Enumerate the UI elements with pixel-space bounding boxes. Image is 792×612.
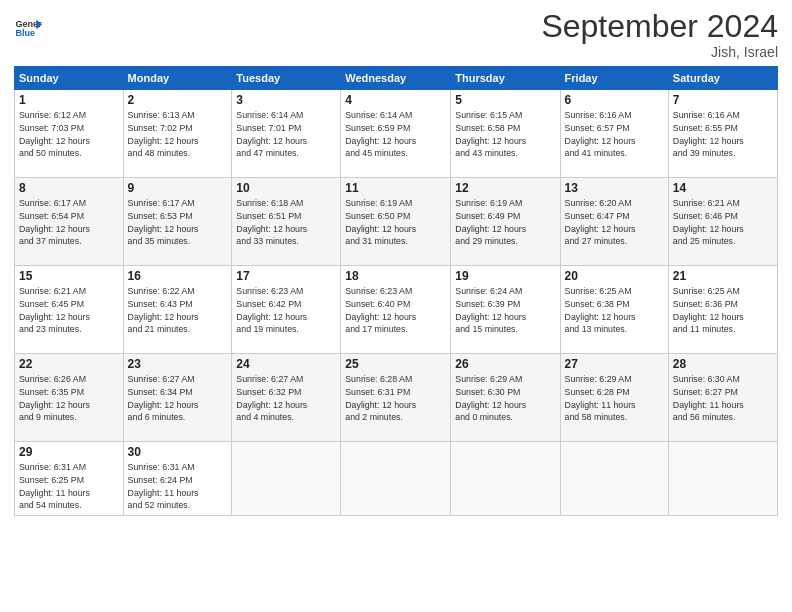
calendar-cell: 14Sunrise: 6:21 AM Sunset: 6:46 PM Dayli… (668, 178, 777, 266)
day-info: Sunrise: 6:25 AM Sunset: 6:38 PM Dayligh… (565, 285, 664, 336)
calendar-cell: 26Sunrise: 6:29 AM Sunset: 6:30 PM Dayli… (451, 354, 560, 442)
day-number: 28 (673, 357, 773, 371)
day-number: 23 (128, 357, 228, 371)
calendar-cell: 5Sunrise: 6:15 AM Sunset: 6:58 PM Daylig… (451, 90, 560, 178)
day-number: 26 (455, 357, 555, 371)
day-number: 27 (565, 357, 664, 371)
calendar-cell: 4Sunrise: 6:14 AM Sunset: 6:59 PM Daylig… (341, 90, 451, 178)
day-info: Sunrise: 6:12 AM Sunset: 7:03 PM Dayligh… (19, 109, 119, 160)
day-number: 22 (19, 357, 119, 371)
col-saturday: Saturday (668, 67, 777, 90)
week-row-2: 8Sunrise: 6:17 AM Sunset: 6:54 PM Daylig… (15, 178, 778, 266)
calendar-cell: 27Sunrise: 6:29 AM Sunset: 6:28 PM Dayli… (560, 354, 668, 442)
day-number: 8 (19, 181, 119, 195)
calendar-cell: 29Sunrise: 6:31 AM Sunset: 6:25 PM Dayli… (15, 442, 124, 516)
calendar-cell: 28Sunrise: 6:30 AM Sunset: 6:27 PM Dayli… (668, 354, 777, 442)
calendar-cell: 20Sunrise: 6:25 AM Sunset: 6:38 PM Dayli… (560, 266, 668, 354)
calendar-table: Sunday Monday Tuesday Wednesday Thursday… (14, 66, 778, 516)
week-row-5: 29Sunrise: 6:31 AM Sunset: 6:25 PM Dayli… (15, 442, 778, 516)
day-number: 12 (455, 181, 555, 195)
day-info: Sunrise: 6:14 AM Sunset: 7:01 PM Dayligh… (236, 109, 336, 160)
day-number: 29 (19, 445, 119, 459)
col-wednesday: Wednesday (341, 67, 451, 90)
day-info: Sunrise: 6:22 AM Sunset: 6:43 PM Dayligh… (128, 285, 228, 336)
day-number: 19 (455, 269, 555, 283)
calendar-cell: 21Sunrise: 6:25 AM Sunset: 6:36 PM Dayli… (668, 266, 777, 354)
day-info: Sunrise: 6:15 AM Sunset: 6:58 PM Dayligh… (455, 109, 555, 160)
calendar-cell: 15Sunrise: 6:21 AM Sunset: 6:45 PM Dayli… (15, 266, 124, 354)
day-number: 25 (345, 357, 446, 371)
header-row: Sunday Monday Tuesday Wednesday Thursday… (15, 67, 778, 90)
day-number: 1 (19, 93, 119, 107)
header: General Blue September 2024 Jish, Israel (14, 10, 778, 60)
day-info: Sunrise: 6:23 AM Sunset: 6:40 PM Dayligh… (345, 285, 446, 336)
day-number: 9 (128, 181, 228, 195)
calendar-cell: 23Sunrise: 6:27 AM Sunset: 6:34 PM Dayli… (123, 354, 232, 442)
calendar-cell: 9Sunrise: 6:17 AM Sunset: 6:53 PM Daylig… (123, 178, 232, 266)
day-info: Sunrise: 6:30 AM Sunset: 6:27 PM Dayligh… (673, 373, 773, 424)
svg-text:Blue: Blue (15, 28, 35, 38)
day-info: Sunrise: 6:31 AM Sunset: 6:25 PM Dayligh… (19, 461, 119, 512)
day-number: 20 (565, 269, 664, 283)
day-number: 24 (236, 357, 336, 371)
col-tuesday: Tuesday (232, 67, 341, 90)
col-monday: Monday (123, 67, 232, 90)
calendar-cell: 11Sunrise: 6:19 AM Sunset: 6:50 PM Dayli… (341, 178, 451, 266)
calendar-cell: 17Sunrise: 6:23 AM Sunset: 6:42 PM Dayli… (232, 266, 341, 354)
day-info: Sunrise: 6:14 AM Sunset: 6:59 PM Dayligh… (345, 109, 446, 160)
calendar-cell: 3Sunrise: 6:14 AM Sunset: 7:01 PM Daylig… (232, 90, 341, 178)
day-number: 3 (236, 93, 336, 107)
week-row-1: 1Sunrise: 6:12 AM Sunset: 7:03 PM Daylig… (15, 90, 778, 178)
day-info: Sunrise: 6:24 AM Sunset: 6:39 PM Dayligh… (455, 285, 555, 336)
day-number: 10 (236, 181, 336, 195)
calendar-cell (668, 442, 777, 516)
calendar-cell: 19Sunrise: 6:24 AM Sunset: 6:39 PM Dayli… (451, 266, 560, 354)
day-info: Sunrise: 6:13 AM Sunset: 7:02 PM Dayligh… (128, 109, 228, 160)
day-info: Sunrise: 6:26 AM Sunset: 6:35 PM Dayligh… (19, 373, 119, 424)
calendar-cell: 30Sunrise: 6:31 AM Sunset: 6:24 PM Dayli… (123, 442, 232, 516)
day-info: Sunrise: 6:28 AM Sunset: 6:31 PM Dayligh… (345, 373, 446, 424)
day-number: 7 (673, 93, 773, 107)
day-number: 2 (128, 93, 228, 107)
col-friday: Friday (560, 67, 668, 90)
week-row-3: 15Sunrise: 6:21 AM Sunset: 6:45 PM Dayli… (15, 266, 778, 354)
calendar-cell: 12Sunrise: 6:19 AM Sunset: 6:49 PM Dayli… (451, 178, 560, 266)
month-title: September 2024 (541, 10, 778, 42)
calendar-cell: 18Sunrise: 6:23 AM Sunset: 6:40 PM Dayli… (341, 266, 451, 354)
day-info: Sunrise: 6:20 AM Sunset: 6:47 PM Dayligh… (565, 197, 664, 248)
day-info: Sunrise: 6:21 AM Sunset: 6:46 PM Dayligh… (673, 197, 773, 248)
title-block: September 2024 Jish, Israel (541, 10, 778, 60)
calendar-cell (232, 442, 341, 516)
calendar-cell (341, 442, 451, 516)
calendar-cell: 22Sunrise: 6:26 AM Sunset: 6:35 PM Dayli… (15, 354, 124, 442)
calendar-cell (560, 442, 668, 516)
day-number: 4 (345, 93, 446, 107)
location: Jish, Israel (541, 44, 778, 60)
day-info: Sunrise: 6:31 AM Sunset: 6:24 PM Dayligh… (128, 461, 228, 512)
day-info: Sunrise: 6:16 AM Sunset: 6:55 PM Dayligh… (673, 109, 773, 160)
calendar-cell (451, 442, 560, 516)
calendar-cell: 10Sunrise: 6:18 AM Sunset: 6:51 PM Dayli… (232, 178, 341, 266)
calendar-cell: 6Sunrise: 6:16 AM Sunset: 6:57 PM Daylig… (560, 90, 668, 178)
day-number: 17 (236, 269, 336, 283)
day-info: Sunrise: 6:17 AM Sunset: 6:53 PM Dayligh… (128, 197, 228, 248)
day-info: Sunrise: 6:23 AM Sunset: 6:42 PM Dayligh… (236, 285, 336, 336)
day-info: Sunrise: 6:17 AM Sunset: 6:54 PM Dayligh… (19, 197, 119, 248)
day-info: Sunrise: 6:19 AM Sunset: 6:49 PM Dayligh… (455, 197, 555, 248)
day-info: Sunrise: 6:29 AM Sunset: 6:28 PM Dayligh… (565, 373, 664, 424)
page-container: General Blue September 2024 Jish, Israel… (0, 0, 792, 522)
calendar-cell: 7Sunrise: 6:16 AM Sunset: 6:55 PM Daylig… (668, 90, 777, 178)
day-info: Sunrise: 6:19 AM Sunset: 6:50 PM Dayligh… (345, 197, 446, 248)
day-number: 11 (345, 181, 446, 195)
day-number: 6 (565, 93, 664, 107)
calendar-cell: 25Sunrise: 6:28 AM Sunset: 6:31 PM Dayli… (341, 354, 451, 442)
day-info: Sunrise: 6:25 AM Sunset: 6:36 PM Dayligh… (673, 285, 773, 336)
day-number: 5 (455, 93, 555, 107)
calendar-cell: 1Sunrise: 6:12 AM Sunset: 7:03 PM Daylig… (15, 90, 124, 178)
calendar-cell: 13Sunrise: 6:20 AM Sunset: 6:47 PM Dayli… (560, 178, 668, 266)
day-info: Sunrise: 6:29 AM Sunset: 6:30 PM Dayligh… (455, 373, 555, 424)
day-number: 16 (128, 269, 228, 283)
day-info: Sunrise: 6:27 AM Sunset: 6:32 PM Dayligh… (236, 373, 336, 424)
calendar-cell: 16Sunrise: 6:22 AM Sunset: 6:43 PM Dayli… (123, 266, 232, 354)
calendar-cell: 2Sunrise: 6:13 AM Sunset: 7:02 PM Daylig… (123, 90, 232, 178)
